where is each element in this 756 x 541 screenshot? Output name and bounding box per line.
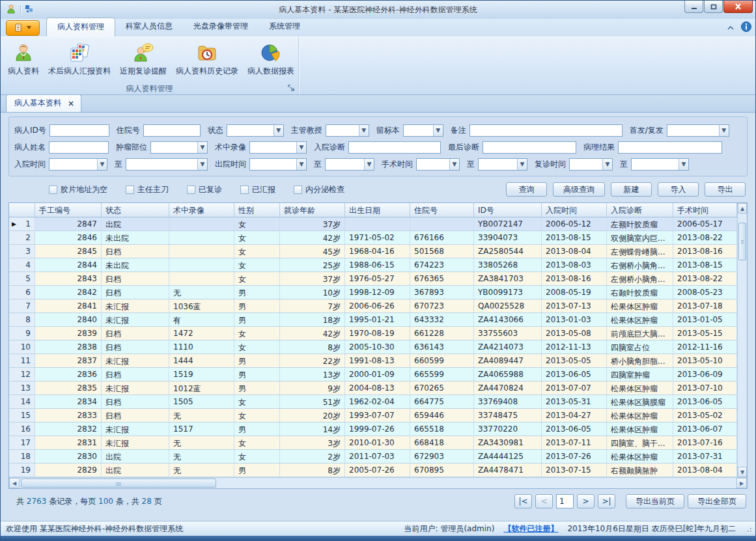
surgery-date-to-select[interactable]: ▼ (478, 158, 527, 171)
maximize-button[interactable] (704, 1, 723, 13)
column-header-4[interactable]: 性别 (234, 203, 280, 217)
table-row[interactable]: 72841未汇报1036蓝男7岁2006-06-26670723QA002552… (9, 299, 737, 313)
checkbox-film-address-empty[interactable]: 胶片地址为空 (49, 184, 107, 195)
column-header-1[interactable]: 手工编号 (35, 203, 102, 217)
checkbox-reported[interactable]: 已汇报 (240, 184, 275, 195)
column-header-indicator[interactable] (9, 203, 35, 217)
table-row[interactable]: 82840未汇报有男18岁1995-01-21643332ZA414306620… (9, 313, 737, 327)
table-row[interactable]: 192829出院无男8岁2005-07-26670895ZA4478471201… (9, 464, 737, 477)
chevron-down-icon[interactable]: ▼ (679, 159, 688, 170)
horizontal-scroll-thumb[interactable] (21, 479, 216, 488)
minimize-button[interactable] (684, 1, 703, 13)
ribbon-tab-disc-tape-management[interactable]: 光盘录像带管理 (183, 18, 259, 36)
new-button[interactable]: 新建 (611, 182, 652, 197)
column-header-8[interactable]: ID号 (474, 203, 542, 217)
chevron-down-icon[interactable]: ▼ (296, 142, 306, 153)
table-row[interactable]: 22846未出院女42岁1971-05-02676166339040732013… (9, 231, 737, 245)
prev-page-button[interactable]: < (535, 494, 553, 508)
pathology-result-input[interactable] (618, 141, 722, 154)
discharge-date-to-select[interactable]: ▼ (325, 158, 374, 171)
quick-access-squares-icon[interactable] (25, 5, 34, 16)
surgery-video-select[interactable]: ▼ (249, 141, 307, 154)
surgery-date-from-select[interactable]: ▼ (416, 158, 460, 171)
first-page-button[interactable]: |< (514, 494, 532, 508)
page-number-input[interactable] (556, 494, 574, 508)
resize-grip[interactable] (745, 525, 751, 532)
table-row[interactable]: 142834归档1505女51岁1962-02-0466477533769408… (9, 395, 737, 409)
ribbon-tab-department-staff-info[interactable]: 科室人员信息 (115, 18, 183, 36)
table-row[interactable]: 32845归档女45岁1968-04-16501568ZA25805442013… (9, 245, 737, 258)
advanced-query-button[interactable]: 高级查询 (553, 182, 605, 197)
export-all-pages-button[interactable]: 导出全部页 (688, 494, 746, 508)
info-icon[interactable] (741, 21, 751, 34)
table-row[interactable]: 102838归档1110女8岁2005-10-30636143ZA4214073… (9, 340, 737, 354)
chevron-down-icon[interactable]: ▼ (602, 159, 612, 170)
import-button[interactable]: 导入 (658, 182, 699, 197)
application-menu-button[interactable] (6, 20, 40, 36)
ribbon-button-patient-report-chart[interactable]: 病人数据报表 (243, 40, 299, 79)
chevron-down-icon[interactable]: ▼ (719, 125, 729, 136)
export-current-page-button[interactable]: 导出当前页 (626, 494, 684, 508)
table-row[interactable]: 172831未汇报无女3岁2010-01-30668418ZA343098120… (9, 436, 737, 450)
checkbox-endocrine-exam[interactable]: 内分泌检查 (294, 184, 344, 195)
query-button[interactable]: 查询 (506, 182, 547, 197)
table-row[interactable]: 112837未汇报1444男22岁1991-08-13660599ZA40894… (9, 354, 737, 368)
checkbox-revisited[interactable]: 已复诊 (187, 184, 222, 195)
ribbon-button-patient-history[interactable]: 病人资料历史记录 (171, 40, 243, 79)
tab-patient-basic-info[interactable]: 病人基本资料 × (6, 94, 81, 112)
revisit-date-to-select[interactable]: ▼ (631, 158, 689, 171)
table-row[interactable]: 52843归档女37岁1976-05-27676365ZA38417032013… (9, 272, 737, 286)
column-header-5[interactable]: 就诊年龄 (280, 203, 345, 217)
horizontal-scrollbar[interactable]: ◀ ▶ (9, 477, 747, 488)
chevron-down-icon[interactable]: ▼ (433, 125, 443, 136)
final-diagnosis-input[interactable] (483, 141, 576, 154)
chevron-down-icon[interactable]: ▼ (197, 142, 207, 153)
dialog-launcher-icon[interactable] (287, 84, 296, 92)
scroll-left-icon[interactable]: ◀ (9, 478, 20, 488)
next-page-button[interactable]: > (577, 494, 595, 508)
admit-date-to-select[interactable]: ▼ (126, 158, 208, 171)
table-row[interactable]: 162832未汇报1517男14岁1999-07-266655183377022… (9, 423, 737, 436)
table-row[interactable]: 132835未汇报1012蓝男9岁2004-08-13670265ZA44708… (9, 381, 737, 395)
column-header-11[interactable]: 手术时间 (673, 203, 737, 217)
ribbon-button-revisit-reminder[interactable]: 近期复诊提醒 (115, 40, 171, 79)
chevron-down-icon[interactable]: ▼ (449, 159, 459, 170)
table-row[interactable]: 42844未出院女25岁1988-06-15674223338052682013… (9, 258, 737, 272)
column-header-3[interactable]: 术中录像 (169, 203, 234, 217)
patient-id-input[interactable] (49, 124, 109, 137)
table-row[interactable]: 152833归档无女20岁1993-07-0765944633748475201… (9, 409, 737, 423)
admit-date-from-select[interactable]: ▼ (49, 158, 107, 171)
admission-no-input[interactable] (143, 124, 201, 137)
chevron-down-icon[interactable]: ▼ (364, 159, 374, 170)
ribbon-tab-system-management[interactable]: 系统管理 (259, 18, 311, 36)
chevron-down-icon[interactable]: ▼ (296, 159, 306, 170)
table-row[interactable]: ▶12847出院女37岁YB00721472006-05-12左额叶胶质瘤200… (9, 217, 737, 231)
column-header-2[interactable]: 状态 (102, 203, 169, 217)
remark-input[interactable] (469, 124, 623, 137)
ribbon-button-postop-report-data[interactable]: 术后病人汇报资料 (44, 40, 115, 79)
scroll-down-icon[interactable]: ▼ (738, 467, 747, 477)
vertical-scroll-thumb[interactable] (738, 223, 746, 260)
status-select[interactable]: ▼ (227, 124, 284, 137)
admission-diagnosis-input[interactable] (348, 141, 441, 154)
first-or-recur-select[interactable]: ▼ (667, 124, 729, 137)
chevron-down-icon[interactable]: ▼ (517, 159, 527, 170)
table-row[interactable]: 182830出院无女2岁2011-07-03672903ZA4444125201… (9, 450, 737, 464)
chevron-down-icon[interactable]: ▼ (273, 125, 283, 136)
patient-name-input[interactable] (49, 141, 109, 154)
chevron-down-icon[interactable]: ▼ (359, 125, 369, 136)
app-person-icon[interactable] (6, 4, 16, 16)
column-header-7[interactable]: 住院号 (410, 203, 474, 217)
export-button[interactable]: 导出 (705, 182, 746, 197)
last-page-button[interactable]: >| (598, 494, 615, 508)
ribbon-button-patient-data[interactable]: 病人资料 (3, 40, 44, 79)
checkbox-chief-surgeon[interactable]: 主任主刀 (126, 184, 169, 195)
table-row[interactable]: 62842归档无男10岁1998-12-09367893YB0099173200… (9, 286, 737, 299)
vertical-scrollbar[interactable]: ▲ ▼ (737, 203, 747, 477)
revisit-date-from-select[interactable]: ▼ (569, 158, 613, 171)
professor-select[interactable]: ▼ (326, 124, 369, 137)
chevron-down-icon[interactable]: ▼ (197, 159, 207, 170)
tab-close-icon[interactable]: × (68, 99, 74, 108)
table-row[interactable]: 92839归档1472女42岁1970-08-19661228337556032… (9, 327, 737, 340)
specimen-select[interactable]: ▼ (403, 124, 443, 137)
